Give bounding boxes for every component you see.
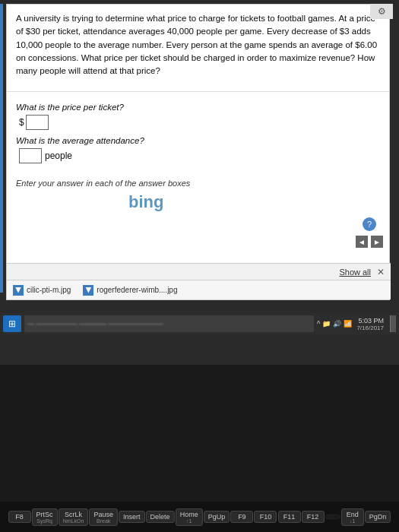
enter-answer-hint: Enter your answer in each of the answer … — [16, 179, 380, 188]
download-item-1: cilic-pti-m.jpg — [13, 285, 71, 296]
download-icon-2 — [83, 285, 93, 296]
key-f12-label: F12 — [306, 513, 320, 521]
windows-icon: ⊞ — [8, 318, 16, 329]
help-button[interactable]: ? — [363, 217, 376, 231]
close-downloads-button[interactable]: ✕ — [377, 267, 385, 277]
gear-icon: ⚙ — [378, 6, 386, 17]
start-button[interactable]: ⊞ — [3, 315, 21, 332]
key-f9[interactable]: F9 — [230, 511, 253, 523]
key-end-sub: ↓1 — [346, 518, 359, 524]
key-pgdn-label: PgDn — [369, 513, 387, 521]
key-pause-sub: Break — [93, 518, 113, 524]
taskbar: ⊞ — —————— ———— ———————— ^ 📁 🔊 📶 5:03 PM… — [0, 313, 399, 334]
tray-volume-icon[interactable]: 🔊 — [333, 320, 341, 328]
key-prtsc[interactable]: PrtSc SysRq — [32, 508, 58, 526]
show-all-bar: Show all ✕ — [7, 263, 391, 280]
key-f10-label: F10 — [258, 513, 272, 521]
key-pgup[interactable]: PgUp — [204, 511, 230, 523]
key-pgdn[interactable]: PgDn — [365, 511, 391, 523]
key-f11-label: F11 — [283, 513, 296, 521]
price-input[interactable] — [26, 115, 49, 130]
key-scrlk-main: ScrLk — [63, 511, 84, 518]
tray-caret[interactable]: ^ — [317, 320, 321, 328]
laptop-screen: ⚙ A university is trying to determine wh… — [0, 0, 399, 365]
key-end[interactable]: End ↓1 — [341, 508, 364, 526]
key-f11[interactable]: F11 — [278, 511, 301, 523]
attendance-input[interactable] — [19, 148, 42, 163]
next-arrow-button[interactable]: ► — [371, 236, 383, 248]
key-delete-label: Delete — [150, 513, 170, 521]
key-home-sub: ↑1 — [180, 518, 198, 524]
sub-question-2: What is the average attendance? — [16, 136, 380, 145]
arrow-left-icon: ◄ — [358, 238, 366, 246]
keyboard: F8 PrtSc SysRq ScrLk NmLkOn Pause Break … — [0, 502, 399, 532]
taskbar-items: — —————— ———— ———————— — [24, 315, 314, 332]
key-prtsc-sub: SysRq — [36, 518, 53, 524]
clock-date: 7/16/2017 — [356, 325, 384, 331]
tray-folder-icon: 📁 — [322, 320, 331, 328]
key-pause[interactable]: Pause Break — [89, 508, 118, 526]
key-prtsc-main: PrtSc — [36, 511, 53, 518]
left-accent-bar — [0, 4, 3, 293]
main-question: A university is trying to determine what… — [16, 12, 380, 78]
download-filename-1[interactable]: cilic-pti-m.jpg — [27, 286, 71, 294]
system-tray-icons: ^ 📁 🔊 📶 — [317, 320, 353, 328]
prev-arrow-button[interactable]: ◄ — [356, 236, 368, 248]
download-item-2: rogerfederer-wimb....jpg — [83, 285, 177, 296]
key-insert-label: Insert — [123, 513, 141, 521]
key-pause-main: Pause — [93, 511, 113, 518]
sub-question-1-area: What is the price per ticket? $ — [7, 92, 389, 130]
arrow-row: ◄ ► — [356, 236, 383, 248]
download-filename-2[interactable]: rogerfederer-wimb....jpg — [97, 286, 177, 294]
key-insert[interactable]: Insert — [119, 511, 145, 523]
navigation-area: ? ◄ ► — [356, 217, 383, 248]
key-f10[interactable]: F10 — [254, 511, 277, 523]
help-icon: ? — [367, 220, 372, 229]
key-pgup-label: PgUp — [208, 513, 226, 521]
key-home[interactable]: Home ↑1 — [176, 508, 203, 526]
key-f8-label: F8 — [13, 513, 27, 521]
key-blank — [325, 515, 340, 519]
download-arrow-1 — [15, 287, 21, 293]
download-bar: cilic-pti-m.jpg rogerfederer-wimb....jpg — [7, 280, 391, 299]
clock-time: 5:03 PM — [358, 317, 384, 325]
gear-button[interactable]: ⚙ — [370, 4, 393, 19]
arrow-right-icon: ► — [373, 238, 381, 246]
key-scrlk[interactable]: ScrLk NmLkOn — [59, 508, 89, 526]
bing-text: bing — [128, 192, 163, 211]
key-home-main: Home — [180, 511, 198, 518]
price-input-row: $ — [19, 115, 380, 130]
taskbar-blurred-items: — —————— ———— ———————— — [27, 320, 163, 328]
sub-question-2-area: What is the average attendance? people — [7, 136, 389, 163]
key-end-main: End — [346, 511, 359, 518]
dollar-symbol: $ — [19, 117, 24, 128]
key-scrlk-sub: NmLkOn — [63, 518, 84, 524]
people-label: people — [45, 150, 72, 161]
show-all-button[interactable]: Show all — [339, 268, 371, 277]
key-f9-label: F9 — [235, 513, 249, 521]
sub-question-1: What is the price per ticket? — [16, 103, 380, 112]
download-arrow-2 — [85, 287, 91, 293]
system-clock: 5:03 PM 7/16/2017 — [356, 317, 384, 331]
bing-logo: bing — [128, 192, 163, 212]
key-f12[interactable]: F12 — [302, 511, 325, 523]
download-icon-1 — [13, 285, 24, 296]
key-delete[interactable]: Delete — [146, 511, 175, 523]
browser-content: A university is trying to determine what… — [6, 4, 390, 300]
tray-network-icon: 📶 — [344, 320, 352, 328]
key-f8[interactable]: F8 — [8, 511, 31, 523]
show-desktop-button[interactable] — [390, 315, 396, 332]
attendance-input-row: people — [19, 148, 380, 163]
question-area: A university is trying to determine what… — [7, 5, 389, 92]
